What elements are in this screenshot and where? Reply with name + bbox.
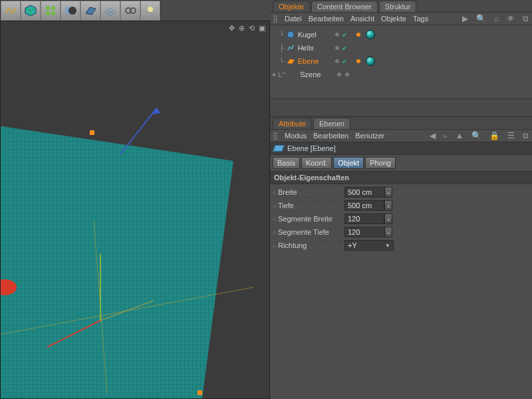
eye-icon[interactable]: 👁 — [507, 14, 515, 23]
attribute-menubar: ⣿ Modus Bearbeiten Benutzer ◀ ▸ ▲ 🔍 🔒 ☰ … — [270, 129, 532, 142]
tool-plane-icon[interactable] — [80, 1, 100, 21]
spinner-icon[interactable]: ▵ — [384, 227, 392, 237]
object-manager-menubar: ⣿ Datei Bearbeiten Ansicht Objekte Tags … — [270, 12, 532, 25]
nav-back-icon[interactable]: ◀ — [430, 131, 436, 140]
tab-struktur[interactable]: Struktur — [379, 1, 417, 12]
tool-array-icon[interactable] — [41, 1, 61, 21]
attribute-body: Ebene [Ebene] Basis Koord. Objekt Phong … — [270, 142, 532, 399]
svg-marker-28 — [287, 59, 295, 64]
subtab-koord[interactable]: Koord. — [301, 157, 332, 169]
svg-point-2 — [51, 6, 55, 10]
tool-boole-icon[interactable] — [61, 1, 80, 21]
menu-modus[interactable]: Modus — [285, 132, 307, 140]
tool-floor-icon[interactable] — [100, 1, 120, 21]
input-seg-tiefe[interactable] — [344, 227, 384, 237]
tool-deformer-icon[interactable] — [1, 1, 21, 21]
prop-richtung: Richtung . . . . . . . +Y▼ — [273, 239, 529, 252]
search-icon[interactable]: 🔍 — [471, 131, 481, 140]
spinner-icon[interactable]: ▵ — [384, 213, 392, 224]
prop-tiefe: Tiefe . . . . . . . . . . . ▵ — [273, 199, 529, 212]
svg-point-13 — [148, 7, 153, 12]
input-breite[interactable] — [344, 187, 384, 198]
subtab-phong[interactable]: Phong — [365, 157, 396, 169]
undock-icon[interactable]: ⧉ — [523, 131, 529, 140]
prop-segmente-tiefe: Segmente Tiefe ▵ — [273, 225, 529, 239]
material-tag-icon[interactable] — [366, 30, 375, 39]
svg-point-27 — [287, 31, 294, 38]
spinner-icon[interactable]: ▵ — [384, 187, 392, 198]
input-tiefe[interactable] — [344, 200, 384, 211]
svg-point-1 — [46, 6, 50, 10]
object-label[interactable]: Helix — [298, 44, 331, 52]
tab-ebenen[interactable]: Ebenen — [313, 118, 350, 129]
main-toolbar — [0, 0, 161, 20]
prop-segmente-breite: Segmente Breite ▵ — [273, 212, 529, 225]
subtab-basis[interactable]: Basis — [273, 157, 300, 169]
nav-fwd-icon[interactable]: ▸ — [444, 131, 448, 140]
property-list: Breite . . . . . . . . . . ▵ Tiefe . . .… — [270, 184, 532, 253]
panel-splitter[interactable] — [270, 98, 532, 117]
svg-rect-24 — [90, 130, 94, 135]
home-icon[interactable]: ⌂ — [494, 14, 499, 23]
attribute-object-title: Ebene [Ebene] — [270, 142, 532, 155]
undock-icon[interactable]: ⧉ — [523, 14, 529, 23]
expand-toggle[interactable]: + — [270, 71, 278, 78]
svg-point-3 — [46, 11, 50, 15]
object-label[interactable]: Ebene — [298, 57, 331, 65]
select-richtung[interactable]: +Y▼ — [344, 240, 394, 251]
viewport-scene — [1, 21, 270, 399]
svg-point-4 — [51, 11, 55, 15]
object-label[interactable]: Kugel — [298, 31, 331, 39]
new-icon[interactable]: ☰ — [507, 131, 515, 140]
svg-point-6 — [68, 7, 76, 15]
arrow-icon[interactable]: ▶ — [462, 14, 468, 23]
menu-bearbeiten[interactable]: Bearbeiten — [309, 15, 344, 23]
helix-icon — [286, 43, 295, 53]
subtab-objekt[interactable]: Objekt — [333, 157, 364, 169]
prop-breite: Breite . . . . . . . . . . ▵ — [273, 186, 529, 199]
attribute-subtabs: Basis Koord. Objekt Phong — [270, 155, 532, 171]
tool-light-icon[interactable] — [140, 1, 160, 21]
tool-cube-icon[interactable] — [21, 1, 41, 21]
input-seg-breite[interactable] — [344, 213, 384, 224]
tab-objekte[interactable]: Objekte — [273, 1, 310, 12]
panel-grip-icon[interactable]: ⣿ — [273, 15, 278, 23]
tree-row-kugel[interactable]: └ Kugel ✔ — [270, 28, 532, 41]
spinner-icon[interactable]: ▵ — [384, 200, 392, 211]
panel-grip-icon[interactable]: ⣿ — [273, 132, 278, 140]
object-type-label: Ebene [Ebene] — [287, 144, 336, 152]
tool-camera-icon[interactable] — [120, 1, 140, 21]
tree-row-szene[interactable]: +L⁰ Szene — [270, 68, 532, 81]
lock-icon[interactable]: 🔒 — [489, 131, 499, 140]
material-tag-icon[interactable] — [366, 57, 375, 66]
svg-marker-16 — [1, 114, 233, 399]
viewport[interactable]: ✥ ⊕ ⟲ ▣ — [0, 21, 270, 399]
svg-marker-7 — [86, 7, 96, 15]
menu-bearbeiten[interactable]: Bearbeiten — [313, 132, 348, 140]
tree-row-ebene[interactable]: └ Ebene ✔ — [270, 55, 532, 68]
sphere-icon — [286, 30, 295, 39]
group-title: Objekt-Eigenschaften — [270, 171, 532, 184]
menu-tags[interactable]: Tags — [413, 15, 428, 23]
menu-objekte[interactable]: Objekte — [381, 15, 406, 23]
svg-rect-25 — [198, 390, 202, 395]
tree-row-helix[interactable]: ├ Helix ✔ — [270, 41, 532, 55]
svg-rect-14 — [149, 12, 152, 15]
object-label[interactable]: Szene — [300, 70, 333, 78]
search-icon[interactable]: 🔍 — [476, 14, 486, 23]
object-manager-tabs: Objekte Content Browser Struktur — [270, 0, 532, 12]
tab-attribute[interactable]: Attribute — [273, 118, 312, 129]
tab-content-browser[interactable]: Content Browser — [311, 1, 378, 12]
plane-icon — [286, 57, 295, 66]
attribute-manager-tabs: Attribute Ebenen — [270, 117, 532, 129]
nav-up-icon[interactable]: ▲ — [456, 131, 464, 140]
menu-benutzer[interactable]: Benutzer — [355, 132, 384, 140]
object-tree[interactable]: └ Kugel ✔ ├ Helix ✔ └ Ebene ✔ +L⁰ Szene — [270, 25, 532, 98]
menu-ansicht[interactable]: Ansicht — [350, 15, 374, 23]
plane-icon — [273, 145, 285, 152]
menu-datei[interactable]: Datei — [285, 15, 302, 23]
null-icon — [288, 70, 297, 79]
